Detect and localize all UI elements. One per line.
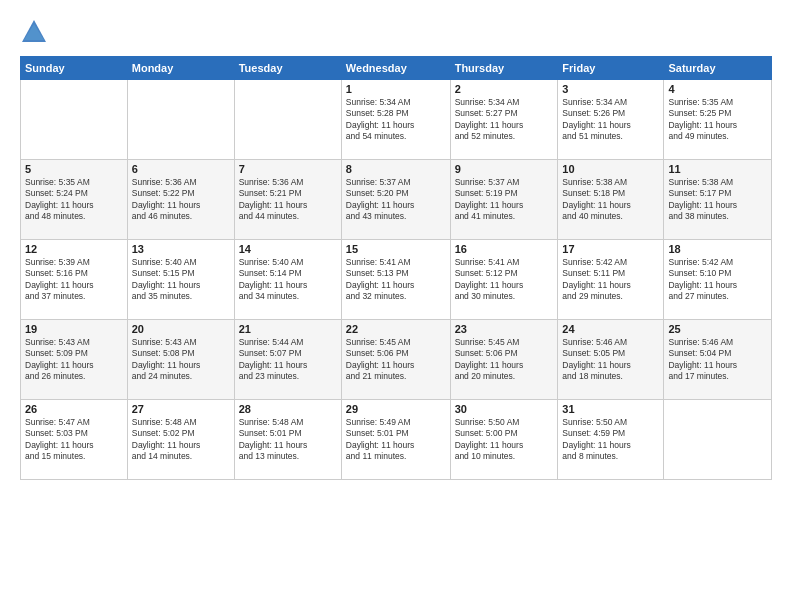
calendar-week-row: 5Sunrise: 5:35 AM Sunset: 5:24 PM Daylig… [21, 160, 772, 240]
calendar-cell [664, 400, 772, 480]
calendar-week-row: 1Sunrise: 5:34 AM Sunset: 5:28 PM Daylig… [21, 80, 772, 160]
calendar-cell: 15Sunrise: 5:41 AM Sunset: 5:13 PM Dayli… [341, 240, 450, 320]
calendar-cell [127, 80, 234, 160]
day-info: Sunrise: 5:36 AM Sunset: 5:21 PM Dayligh… [239, 177, 337, 223]
day-info: Sunrise: 5:43 AM Sunset: 5:09 PM Dayligh… [25, 337, 123, 383]
day-number: 4 [668, 83, 767, 95]
calendar-cell: 26Sunrise: 5:47 AM Sunset: 5:03 PM Dayli… [21, 400, 128, 480]
calendar-cell [21, 80, 128, 160]
day-number: 25 [668, 323, 767, 335]
calendar-cell: 21Sunrise: 5:44 AM Sunset: 5:07 PM Dayli… [234, 320, 341, 400]
calendar-cell: 8Sunrise: 5:37 AM Sunset: 5:20 PM Daylig… [341, 160, 450, 240]
calendar-cell: 4Sunrise: 5:35 AM Sunset: 5:25 PM Daylig… [664, 80, 772, 160]
day-number: 26 [25, 403, 123, 415]
day-number: 8 [346, 163, 446, 175]
calendar-cell: 23Sunrise: 5:45 AM Sunset: 5:06 PM Dayli… [450, 320, 558, 400]
day-number: 5 [25, 163, 123, 175]
day-info: Sunrise: 5:45 AM Sunset: 5:06 PM Dayligh… [455, 337, 554, 383]
calendar-cell: 30Sunrise: 5:50 AM Sunset: 5:00 PM Dayli… [450, 400, 558, 480]
day-number: 10 [562, 163, 659, 175]
calendar-header-wednesday: Wednesday [341, 57, 450, 80]
calendar-cell: 2Sunrise: 5:34 AM Sunset: 5:27 PM Daylig… [450, 80, 558, 160]
calendar-cell: 5Sunrise: 5:35 AM Sunset: 5:24 PM Daylig… [21, 160, 128, 240]
day-info: Sunrise: 5:37 AM Sunset: 5:19 PM Dayligh… [455, 177, 554, 223]
calendar-cell: 25Sunrise: 5:46 AM Sunset: 5:04 PM Dayli… [664, 320, 772, 400]
day-number: 21 [239, 323, 337, 335]
day-info: Sunrise: 5:38 AM Sunset: 5:18 PM Dayligh… [562, 177, 659, 223]
day-info: Sunrise: 5:46 AM Sunset: 5:04 PM Dayligh… [668, 337, 767, 383]
day-info: Sunrise: 5:42 AM Sunset: 5:11 PM Dayligh… [562, 257, 659, 303]
calendar-cell: 17Sunrise: 5:42 AM Sunset: 5:11 PM Dayli… [558, 240, 664, 320]
day-number: 19 [25, 323, 123, 335]
calendar-week-row: 26Sunrise: 5:47 AM Sunset: 5:03 PM Dayli… [21, 400, 772, 480]
calendar-cell: 7Sunrise: 5:36 AM Sunset: 5:21 PM Daylig… [234, 160, 341, 240]
calendar-cell: 6Sunrise: 5:36 AM Sunset: 5:22 PM Daylig… [127, 160, 234, 240]
calendar-cell: 12Sunrise: 5:39 AM Sunset: 5:16 PM Dayli… [21, 240, 128, 320]
calendar-week-row: 12Sunrise: 5:39 AM Sunset: 5:16 PM Dayli… [21, 240, 772, 320]
calendar-cell: 20Sunrise: 5:43 AM Sunset: 5:08 PM Dayli… [127, 320, 234, 400]
day-info: Sunrise: 5:34 AM Sunset: 5:27 PM Dayligh… [455, 97, 554, 143]
calendar-header-monday: Monday [127, 57, 234, 80]
day-number: 16 [455, 243, 554, 255]
calendar-cell: 24Sunrise: 5:46 AM Sunset: 5:05 PM Dayli… [558, 320, 664, 400]
day-info: Sunrise: 5:40 AM Sunset: 5:15 PM Dayligh… [132, 257, 230, 303]
day-number: 23 [455, 323, 554, 335]
svg-marker-1 [24, 24, 44, 40]
calendar-table: SundayMondayTuesdayWednesdayThursdayFrid… [20, 56, 772, 480]
calendar-cell: 28Sunrise: 5:48 AM Sunset: 5:01 PM Dayli… [234, 400, 341, 480]
day-info: Sunrise: 5:50 AM Sunset: 4:59 PM Dayligh… [562, 417, 659, 463]
page: SundayMondayTuesdayWednesdayThursdayFrid… [0, 0, 792, 612]
day-number: 30 [455, 403, 554, 415]
day-info: Sunrise: 5:47 AM Sunset: 5:03 PM Dayligh… [25, 417, 123, 463]
day-number: 7 [239, 163, 337, 175]
day-number: 31 [562, 403, 659, 415]
day-number: 28 [239, 403, 337, 415]
calendar-cell: 18Sunrise: 5:42 AM Sunset: 5:10 PM Dayli… [664, 240, 772, 320]
day-info: Sunrise: 5:39 AM Sunset: 5:16 PM Dayligh… [25, 257, 123, 303]
day-info: Sunrise: 5:49 AM Sunset: 5:01 PM Dayligh… [346, 417, 446, 463]
calendar-header-tuesday: Tuesday [234, 57, 341, 80]
calendar-cell: 14Sunrise: 5:40 AM Sunset: 5:14 PM Dayli… [234, 240, 341, 320]
calendar-header-friday: Friday [558, 57, 664, 80]
calendar-cell: 9Sunrise: 5:37 AM Sunset: 5:19 PM Daylig… [450, 160, 558, 240]
calendar-header-sunday: Sunday [21, 57, 128, 80]
day-info: Sunrise: 5:41 AM Sunset: 5:12 PM Dayligh… [455, 257, 554, 303]
day-info: Sunrise: 5:36 AM Sunset: 5:22 PM Dayligh… [132, 177, 230, 223]
calendar-cell: 29Sunrise: 5:49 AM Sunset: 5:01 PM Dayli… [341, 400, 450, 480]
day-info: Sunrise: 5:50 AM Sunset: 5:00 PM Dayligh… [455, 417, 554, 463]
day-info: Sunrise: 5:48 AM Sunset: 5:02 PM Dayligh… [132, 417, 230, 463]
day-info: Sunrise: 5:41 AM Sunset: 5:13 PM Dayligh… [346, 257, 446, 303]
day-number: 18 [668, 243, 767, 255]
day-info: Sunrise: 5:35 AM Sunset: 5:24 PM Dayligh… [25, 177, 123, 223]
day-info: Sunrise: 5:44 AM Sunset: 5:07 PM Dayligh… [239, 337, 337, 383]
day-info: Sunrise: 5:48 AM Sunset: 5:01 PM Dayligh… [239, 417, 337, 463]
day-info: Sunrise: 5:42 AM Sunset: 5:10 PM Dayligh… [668, 257, 767, 303]
calendar-cell: 19Sunrise: 5:43 AM Sunset: 5:09 PM Dayli… [21, 320, 128, 400]
day-number: 2 [455, 83, 554, 95]
day-info: Sunrise: 5:45 AM Sunset: 5:06 PM Dayligh… [346, 337, 446, 383]
calendar-cell: 13Sunrise: 5:40 AM Sunset: 5:15 PM Dayli… [127, 240, 234, 320]
day-number: 20 [132, 323, 230, 335]
calendar-cell: 3Sunrise: 5:34 AM Sunset: 5:26 PM Daylig… [558, 80, 664, 160]
calendar-header-saturday: Saturday [664, 57, 772, 80]
day-number: 22 [346, 323, 446, 335]
calendar-cell: 1Sunrise: 5:34 AM Sunset: 5:28 PM Daylig… [341, 80, 450, 160]
day-number: 17 [562, 243, 659, 255]
day-number: 14 [239, 243, 337, 255]
day-number: 6 [132, 163, 230, 175]
calendar-cell: 27Sunrise: 5:48 AM Sunset: 5:02 PM Dayli… [127, 400, 234, 480]
day-number: 9 [455, 163, 554, 175]
day-info: Sunrise: 5:35 AM Sunset: 5:25 PM Dayligh… [668, 97, 767, 143]
day-info: Sunrise: 5:40 AM Sunset: 5:14 PM Dayligh… [239, 257, 337, 303]
calendar-cell: 22Sunrise: 5:45 AM Sunset: 5:06 PM Dayli… [341, 320, 450, 400]
day-number: 13 [132, 243, 230, 255]
day-info: Sunrise: 5:38 AM Sunset: 5:17 PM Dayligh… [668, 177, 767, 223]
day-info: Sunrise: 5:46 AM Sunset: 5:05 PM Dayligh… [562, 337, 659, 383]
calendar-week-row: 19Sunrise: 5:43 AM Sunset: 5:09 PM Dayli… [21, 320, 772, 400]
calendar-cell: 31Sunrise: 5:50 AM Sunset: 4:59 PM Dayli… [558, 400, 664, 480]
day-info: Sunrise: 5:34 AM Sunset: 5:26 PM Dayligh… [562, 97, 659, 143]
header [20, 18, 772, 46]
calendar-cell: 16Sunrise: 5:41 AM Sunset: 5:12 PM Dayli… [450, 240, 558, 320]
logo-icon [20, 18, 48, 46]
calendar-cell: 11Sunrise: 5:38 AM Sunset: 5:17 PM Dayli… [664, 160, 772, 240]
